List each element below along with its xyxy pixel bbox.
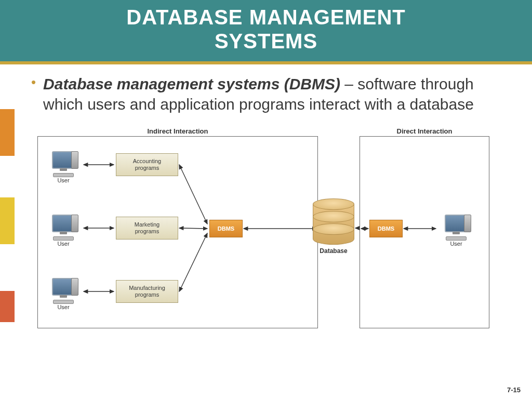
slide-title: DATABASE MANAGEMENT SYSTEMS	[0, 5, 532, 53]
svg-line-5	[179, 233, 207, 291]
bullet-term: Database management systems (DBMS)	[43, 75, 340, 92]
bullet-dash: –	[340, 75, 357, 92]
bullet-dot-icon: •	[31, 74, 36, 91]
accounting-label: Accounting programs	[133, 158, 161, 171]
direct-panel-title: Direct Interaction	[397, 127, 453, 135]
computer-icon	[45, 151, 82, 176]
indirect-interaction-panel: Indirect Interaction User User User Acco…	[37, 136, 318, 328]
dbms-label-right: DBMS	[378, 225, 394, 232]
accounting-programs-box: Accounting programs	[116, 153, 178, 176]
dbms-label-left: DBMS	[218, 225, 234, 232]
indirect-panel-title: Indirect Interaction	[147, 127, 208, 135]
computer-icon	[45, 215, 82, 240]
cylinder-icon	[313, 198, 354, 245]
dbms-box-right: DBMS	[369, 220, 403, 237]
bullet-item: • Database management systems (DBMS) – s…	[31, 74, 516, 114]
marketing-label: Marketing programs	[135, 221, 159, 235]
user-computer-3: User	[45, 278, 82, 310]
manufacturing-label: Manufacturing programs	[129, 285, 165, 298]
user-label-2: User	[45, 241, 82, 247]
manufacturing-programs-box: Manufacturing programs	[116, 280, 178, 303]
svg-line-3	[179, 165, 207, 224]
user-label-1: User	[45, 177, 82, 183]
title-line-2: SYSTEMS	[215, 30, 317, 52]
database-label: Database	[313, 247, 354, 255]
user-computer-direct: User	[438, 215, 474, 247]
accent-bar-yellow	[0, 197, 15, 244]
slide-header: DATABASE MANAGEMENT SYSTEMS	[0, 0, 532, 64]
direct-interaction-panel: Direct Interaction DBMS User	[360, 136, 489, 328]
database-cylinder: Database	[313, 198, 354, 255]
svg-line-4	[179, 228, 207, 229]
accent-bar-orange	[0, 109, 15, 156]
user-label-direct: User	[438, 241, 474, 247]
user-label-3: User	[45, 304, 82, 310]
accent-bar-red	[0, 291, 15, 322]
computer-icon	[45, 278, 82, 303]
marketing-programs-box: Marketing programs	[116, 217, 178, 240]
bullet-list: • Database management systems (DBMS) – s…	[0, 64, 532, 114]
user-computer-2: User	[45, 215, 82, 247]
dbms-diagram: Indirect Interaction User User User Acco…	[37, 126, 495, 334]
page-number: 7-15	[507, 386, 521, 394]
dbms-box-left: DBMS	[209, 220, 243, 237]
bullet-text: Database management systems (DBMS) – sof…	[43, 74, 516, 114]
user-computer-1: User	[45, 151, 82, 183]
title-line-1: DATABASE MANAGEMENT	[126, 6, 406, 29]
computer-icon	[438, 215, 474, 240]
